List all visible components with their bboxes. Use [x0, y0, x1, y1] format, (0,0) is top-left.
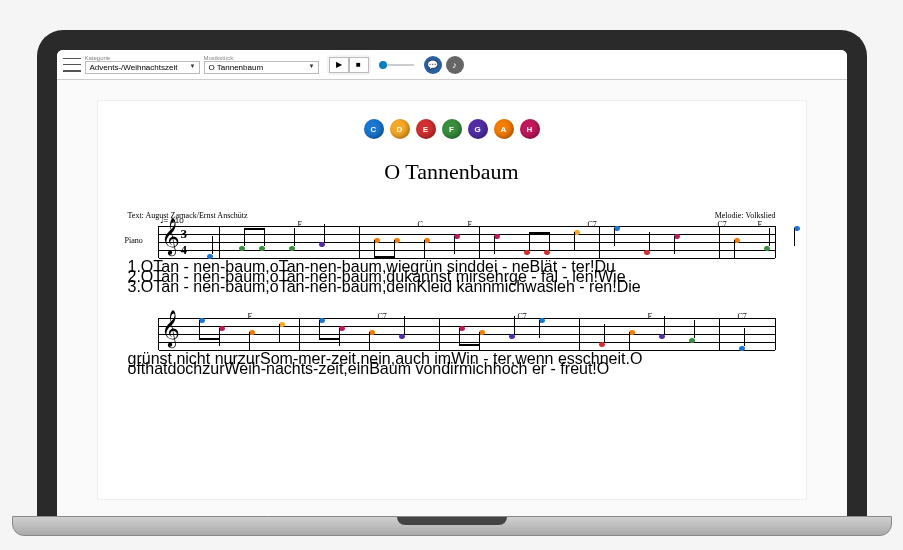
treble-clef-icon: 𝄞 [161, 312, 180, 344]
stop-button[interactable]: ■ [349, 57, 369, 73]
category-select[interactable]: Advents-/Weihnachtszeit [85, 61, 200, 74]
song-title: O Tannenbaum [128, 159, 776, 185]
lyric-syllable: oft [128, 360, 146, 377]
staff-1: 𝄞 34 [158, 226, 776, 258]
staff-2: 𝄞 [158, 318, 776, 350]
lyric-syllable: ein [348, 360, 369, 377]
lyric-syllable: 3.O [128, 278, 154, 295]
note-circle-e[interactable]: E [416, 119, 436, 139]
play-button[interactable]: ▶ [329, 57, 349, 73]
lyric-syllable: Weih-nachts-zeit, [224, 360, 347, 377]
score-sheet: CDEFGAH O Tannenbaum Text: August Zarnac… [97, 100, 807, 500]
note-circle-d[interactable]: D [390, 119, 410, 139]
lyric-syllable: zur [202, 360, 224, 377]
note-circle-g[interactable]: G [468, 119, 488, 139]
notes-toggle-icon[interactable]: ♪ [446, 56, 464, 74]
text-credit: Text: August Zarnack/Ernst Anschütz [128, 211, 248, 220]
melody-credit: Melodie: Volkslied [715, 211, 776, 220]
lyric-syllable: mich [491, 278, 525, 295]
lyric-syllable: Kleid kann [417, 278, 492, 295]
note-circle-f[interactable]: F [442, 119, 462, 139]
lyric-syllable: Tan-nen-baum, [279, 278, 387, 295]
treble-clef-icon: 𝄞 [161, 220, 180, 252]
note-circle-h[interactable]: H [520, 119, 540, 139]
lyric-syllable: was [525, 278, 553, 295]
lyric-syllable: dein [386, 278, 416, 295]
lyric-syllable: hat [145, 360, 167, 377]
lyric-syllable: leh - ren! [554, 278, 617, 295]
instrument-label: Piano [125, 236, 143, 245]
lyric-syllable: mich [459, 360, 493, 377]
lyric-syllable: Tan - nen-baum, [153, 278, 270, 295]
lyrics-toggle-icon[interactable]: 💬 [424, 56, 442, 74]
lyric-syllable: Die [617, 278, 641, 295]
menu-icon[interactable] [63, 58, 81, 72]
lyric-syllable: doch [168, 360, 203, 377]
progress-slider[interactable] [379, 64, 414, 66]
lyric-syllable: O [597, 360, 609, 377]
time-signature: 34 [181, 226, 188, 258]
note-circle-a[interactable]: A [494, 119, 514, 139]
note-circle-c[interactable]: C [364, 119, 384, 139]
lyric-syllable: o [270, 278, 279, 295]
lyric-syllable: hoch er - freut! [493, 360, 597, 377]
lyric-syllable: Baum von [369, 360, 441, 377]
piece-select[interactable]: O Tannenbaum [204, 61, 319, 74]
lyric-syllable: dir [441, 360, 459, 377]
